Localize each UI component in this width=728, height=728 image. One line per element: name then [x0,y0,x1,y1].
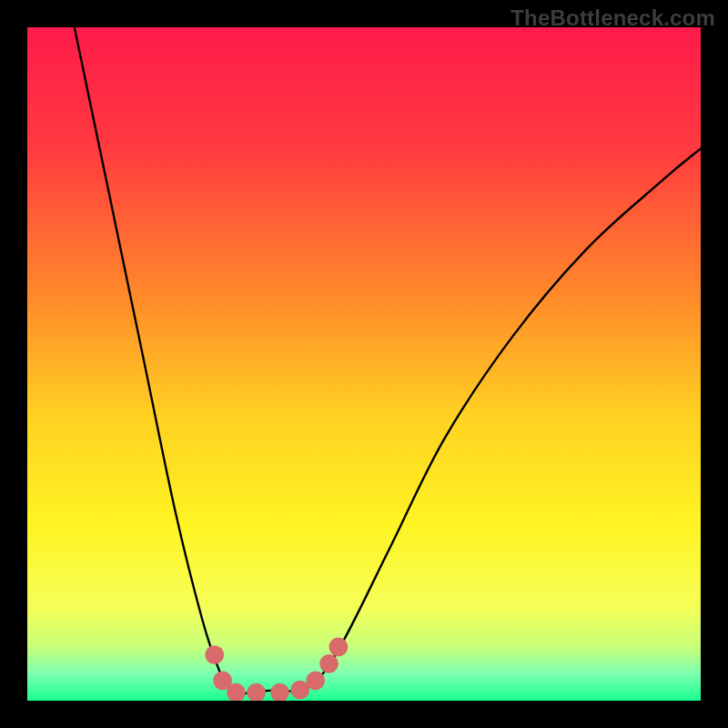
trough-markers [205,637,348,701]
plot-area [27,27,701,701]
trough-marker [205,645,224,664]
watermark-text: TheBottleneck.com [511,5,715,31]
trough-marker [306,671,325,690]
trough-marker [247,683,266,701]
chart-frame: TheBottleneck.com [0,0,728,728]
curve-layer [27,27,701,701]
trough-marker [329,637,349,656]
trough-marker [319,654,339,673]
bottleneck-curve [75,27,701,694]
trough-marker [270,683,289,701]
